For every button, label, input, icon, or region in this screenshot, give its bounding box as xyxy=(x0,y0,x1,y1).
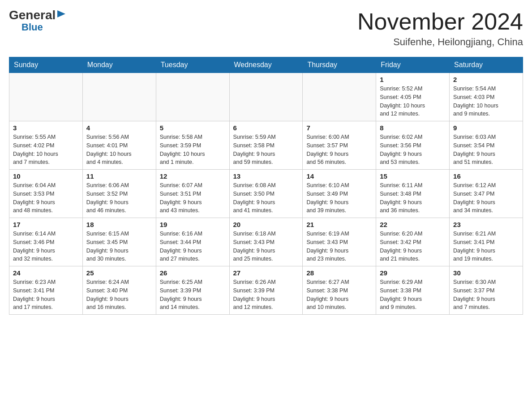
calendar-week-row: 10Sunrise: 6:04 AM Sunset: 3:53 PM Dayli… xyxy=(9,170,523,218)
calendar-cell: 17Sunrise: 6:14 AM Sunset: 3:46 PM Dayli… xyxy=(9,218,83,266)
day-info: Sunrise: 6:07 AM Sunset: 3:51 PM Dayligh… xyxy=(160,181,226,215)
day-info: Sunrise: 6:12 AM Sunset: 3:47 PM Dayligh… xyxy=(453,181,519,215)
day-number: 11 xyxy=(86,172,152,180)
day-info: Sunrise: 6:02 AM Sunset: 3:56 PM Dayligh… xyxy=(380,133,446,167)
calendar-week-row: 17Sunrise: 6:14 AM Sunset: 3:46 PM Dayli… xyxy=(9,218,523,266)
page-header: General Blue November 2024 Suifenhe, Hei… xyxy=(9,9,523,48)
day-number: 27 xyxy=(233,269,299,277)
calendar-day-header: Friday xyxy=(376,57,450,73)
calendar-cell xyxy=(82,73,156,121)
day-info: Sunrise: 5:55 AM Sunset: 4:02 PM Dayligh… xyxy=(13,133,79,167)
day-number: 20 xyxy=(233,221,299,228)
day-info: Sunrise: 6:20 AM Sunset: 3:42 PM Dayligh… xyxy=(380,230,446,263)
calendar-cell: 28Sunrise: 6:27 AM Sunset: 3:38 PM Dayli… xyxy=(303,266,376,315)
day-number: 22 xyxy=(380,221,446,228)
day-info: Sunrise: 6:04 AM Sunset: 3:53 PM Dayligh… xyxy=(13,181,79,215)
day-info: Sunrise: 6:26 AM Sunset: 3:39 PM Dayligh… xyxy=(233,278,299,312)
month-title: November 2024 xyxy=(357,9,523,34)
location-subtitle: Suifenhe, Heilongjiang, China xyxy=(357,36,523,48)
calendar-cell: 22Sunrise: 6:20 AM Sunset: 3:42 PM Dayli… xyxy=(376,218,450,266)
day-number: 7 xyxy=(306,124,372,132)
logo-arrow-icon xyxy=(56,9,66,19)
calendar-cell: 3Sunrise: 5:55 AM Sunset: 4:02 PM Daylig… xyxy=(9,121,83,170)
calendar-cell: 13Sunrise: 6:08 AM Sunset: 3:50 PM Dayli… xyxy=(229,170,303,218)
day-info: Sunrise: 6:08 AM Sunset: 3:50 PM Dayligh… xyxy=(233,181,299,215)
day-info: Sunrise: 6:11 AM Sunset: 3:48 PM Dayligh… xyxy=(380,181,446,215)
day-number: 28 xyxy=(306,269,372,277)
day-number: 23 xyxy=(453,221,519,228)
calendar-cell: 24Sunrise: 6:23 AM Sunset: 3:41 PM Dayli… xyxy=(9,266,83,315)
day-number: 2 xyxy=(453,76,519,83)
calendar-day-header: Thursday xyxy=(303,57,376,73)
day-number: 3 xyxy=(13,124,79,132)
day-number: 15 xyxy=(380,172,446,180)
day-number: 8 xyxy=(380,124,446,132)
calendar-cell: 8Sunrise: 6:02 AM Sunset: 3:56 PM Daylig… xyxy=(376,121,450,170)
calendar-cell: 23Sunrise: 6:21 AM Sunset: 3:41 PM Dayli… xyxy=(450,218,523,266)
day-number: 17 xyxy=(13,221,79,228)
calendar-day-header: Sunday xyxy=(9,57,83,73)
day-info: Sunrise: 5:58 AM Sunset: 3:59 PM Dayligh… xyxy=(160,133,226,167)
logo-blue-text: Blue xyxy=(21,21,43,33)
day-number: 24 xyxy=(13,269,79,277)
day-number: 9 xyxy=(453,124,519,132)
calendar-cell: 1Sunrise: 5:52 AM Sunset: 4:05 PM Daylig… xyxy=(376,73,450,121)
calendar-cell: 9Sunrise: 6:03 AM Sunset: 3:54 PM Daylig… xyxy=(450,121,523,170)
calendar-week-row: 3Sunrise: 5:55 AM Sunset: 4:02 PM Daylig… xyxy=(9,121,523,170)
calendar-cell xyxy=(156,73,229,121)
svg-marker-0 xyxy=(57,10,65,17)
title-area: November 2024 Suifenhe, Heilongjiang, Ch… xyxy=(357,9,523,48)
calendar-cell: 29Sunrise: 6:29 AM Sunset: 3:38 PM Dayli… xyxy=(376,266,450,315)
logo-general-text: General xyxy=(9,9,56,21)
day-number: 19 xyxy=(160,221,226,228)
day-info: Sunrise: 6:25 AM Sunset: 3:39 PM Dayligh… xyxy=(160,278,226,312)
day-info: Sunrise: 6:06 AM Sunset: 3:52 PM Dayligh… xyxy=(86,181,152,215)
calendar-week-row: 24Sunrise: 6:23 AM Sunset: 3:41 PM Dayli… xyxy=(9,266,523,315)
calendar-cell: 11Sunrise: 6:06 AM Sunset: 3:52 PM Dayli… xyxy=(82,170,156,218)
day-info: Sunrise: 5:54 AM Sunset: 4:03 PM Dayligh… xyxy=(453,85,519,118)
calendar-cell: 15Sunrise: 6:11 AM Sunset: 3:48 PM Dayli… xyxy=(376,170,450,218)
calendar-cell: 14Sunrise: 6:10 AM Sunset: 3:49 PM Dayli… xyxy=(303,170,376,218)
day-number: 30 xyxy=(453,269,519,277)
day-number: 25 xyxy=(86,269,152,277)
day-number: 12 xyxy=(160,172,226,180)
calendar-header-row: SundayMondayTuesdayWednesdayThursdayFrid… xyxy=(9,57,523,73)
calendar-cell: 10Sunrise: 6:04 AM Sunset: 3:53 PM Dayli… xyxy=(9,170,83,218)
calendar-day-header: Saturday xyxy=(450,57,523,73)
logo: General Blue xyxy=(9,9,66,33)
day-number: 29 xyxy=(380,269,446,277)
day-info: Sunrise: 6:15 AM Sunset: 3:45 PM Dayligh… xyxy=(86,230,152,263)
day-info: Sunrise: 6:18 AM Sunset: 3:43 PM Dayligh… xyxy=(233,230,299,263)
day-info: Sunrise: 5:56 AM Sunset: 4:01 PM Dayligh… xyxy=(86,133,152,167)
calendar-cell xyxy=(303,73,376,121)
day-info: Sunrise: 6:19 AM Sunset: 3:43 PM Dayligh… xyxy=(306,230,372,263)
day-number: 16 xyxy=(453,172,519,180)
day-number: 10 xyxy=(13,172,79,180)
calendar-cell xyxy=(9,73,83,121)
day-number: 14 xyxy=(306,172,372,180)
day-info: Sunrise: 5:52 AM Sunset: 4:05 PM Dayligh… xyxy=(380,85,446,118)
day-info: Sunrise: 6:27 AM Sunset: 3:38 PM Dayligh… xyxy=(306,278,372,312)
day-info: Sunrise: 6:03 AM Sunset: 3:54 PM Dayligh… xyxy=(453,133,519,167)
day-number: 13 xyxy=(233,172,299,180)
calendar-cell: 7Sunrise: 6:00 AM Sunset: 3:57 PM Daylig… xyxy=(303,121,376,170)
calendar-cell: 16Sunrise: 6:12 AM Sunset: 3:47 PM Dayli… xyxy=(450,170,523,218)
day-number: 21 xyxy=(306,221,372,228)
calendar-cell: 19Sunrise: 6:16 AM Sunset: 3:44 PM Dayli… xyxy=(156,218,229,266)
day-info: Sunrise: 6:30 AM Sunset: 3:37 PM Dayligh… xyxy=(453,278,519,312)
day-info: Sunrise: 6:16 AM Sunset: 3:44 PM Dayligh… xyxy=(160,230,226,263)
day-info: Sunrise: 6:29 AM Sunset: 3:38 PM Dayligh… xyxy=(380,278,446,312)
day-info: Sunrise: 6:14 AM Sunset: 3:46 PM Dayligh… xyxy=(13,230,79,263)
calendar-day-header: Tuesday xyxy=(156,57,229,73)
day-info: Sunrise: 6:00 AM Sunset: 3:57 PM Dayligh… xyxy=(306,133,372,167)
calendar-cell: 25Sunrise: 6:24 AM Sunset: 3:40 PM Dayli… xyxy=(82,266,156,315)
calendar-cell: 18Sunrise: 6:15 AM Sunset: 3:45 PM Dayli… xyxy=(82,218,156,266)
calendar-cell: 5Sunrise: 5:58 AM Sunset: 3:59 PM Daylig… xyxy=(156,121,229,170)
calendar-table: SundayMondayTuesdayWednesdayThursdayFrid… xyxy=(9,57,523,315)
calendar-cell: 20Sunrise: 6:18 AM Sunset: 3:43 PM Dayli… xyxy=(229,218,303,266)
calendar-cell: 27Sunrise: 6:26 AM Sunset: 3:39 PM Dayli… xyxy=(229,266,303,315)
calendar-cell xyxy=(229,73,303,121)
day-info: Sunrise: 5:59 AM Sunset: 3:58 PM Dayligh… xyxy=(233,133,299,167)
calendar-cell: 6Sunrise: 5:59 AM Sunset: 3:58 PM Daylig… xyxy=(229,121,303,170)
day-number: 18 xyxy=(86,221,152,228)
